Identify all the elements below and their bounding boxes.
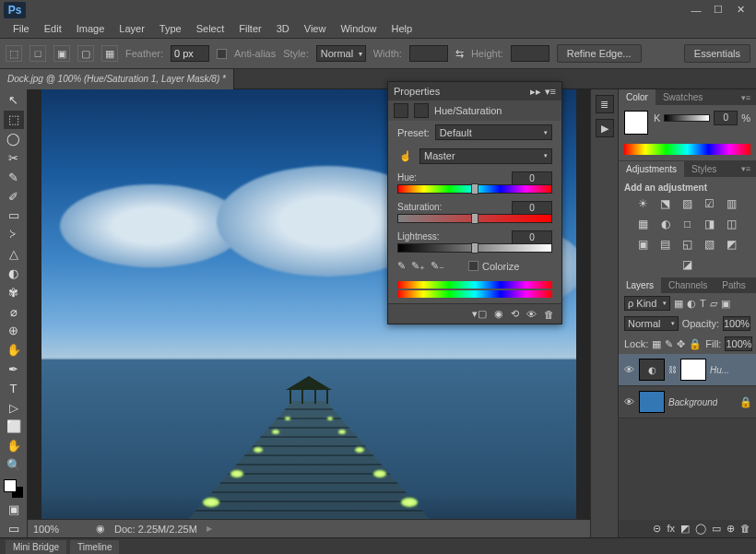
layer-row-hue-saturation[interactable]: 👁 ◐ ⛓ Hu... [619, 354, 756, 386]
healing-tool[interactable]: ▭ [4, 206, 24, 225]
visibility-toggle[interactable]: 👁 [622, 364, 635, 375]
type-tool[interactable]: T [4, 379, 24, 397]
reset-icon[interactable]: ⟲ [511, 308, 519, 320]
adj-threshold-icon[interactable]: ▧ [702, 237, 718, 252]
adj-selectivecolor-icon[interactable]: ◪ [679, 257, 696, 272]
link-layers-icon[interactable]: ⊝ [653, 523, 661, 535]
adj-invert-icon[interactable]: ▤ [657, 237, 674, 252]
fill-input[interactable]: 100% [725, 336, 752, 351]
color-spectrum[interactable] [624, 144, 750, 155]
view-previous-icon[interactable]: ◉ [494, 308, 503, 320]
selection-mode-add[interactable]: ▣ [53, 45, 70, 62]
delete-adjustment-icon[interactable]: 🗑 [544, 309, 554, 320]
width-input[interactable] [409, 45, 448, 62]
adjustment-icon[interactable] [394, 103, 408, 118]
path-select-tool[interactable]: ▷ [4, 398, 24, 417]
filter-type-icon[interactable]: T [700, 298, 706, 309]
eyedropper-tool[interactable]: ✐ [4, 187, 24, 206]
menu-filter[interactable]: Filter [231, 23, 268, 34]
eraser-tool[interactable]: ✾ [4, 283, 24, 301]
shape-tool[interactable]: ⬜ [4, 418, 24, 436]
filter-pixel-icon[interactable]: ▦ [674, 298, 683, 310]
selection-mode-subtract[interactable]: ▢ [77, 45, 94, 62]
adj-exposure-icon[interactable]: ☑ [702, 196, 718, 211]
screenmode-toggle[interactable]: ▭ [4, 519, 24, 537]
adj-bw-icon[interactable]: □ [679, 217, 696, 231]
marquee-tool[interactable]: ⬚ [4, 111, 24, 129]
adj-levels-icon[interactable]: ⬔ [657, 196, 674, 211]
crop-tool[interactable]: ✎ [4, 168, 24, 186]
filter-adj-icon[interactable]: ◐ [687, 298, 696, 310]
pen-tool[interactable]: ✒ [4, 360, 24, 379]
adj-colorbalance-icon[interactable]: ◐ [657, 217, 674, 231]
filter-smart-icon[interactable]: ▣ [721, 298, 730, 310]
zoom-tool[interactable]: 🔍 [4, 456, 24, 475]
delete-layer-icon[interactable]: 🗑 [740, 523, 750, 535]
hand-tool[interactable]: ✋ [4, 437, 24, 455]
menu-select[interactable]: Select [189, 23, 232, 34]
mask-icon[interactable]: ◩ [680, 523, 690, 535]
close-button[interactable]: ✕ [734, 4, 747, 17]
marquee-tool-icon[interactable]: ⬚ [6, 45, 22, 62]
targeted-adjustment-icon[interactable]: ☝ [397, 147, 414, 164]
lock-transparency-icon[interactable]: ▦ [652, 338, 661, 350]
color-panel-swatch[interactable] [624, 111, 648, 135]
adjustments-tab[interactable]: Adjustments [619, 161, 684, 177]
layers-tab[interactable]: Layers [619, 277, 661, 293]
layer-name[interactable]: Background [668, 397, 717, 407]
stamp-tool[interactable]: △ [4, 245, 24, 264]
selection-mode-intersect[interactable]: ▦ [101, 45, 118, 62]
channels-tab[interactable]: Channels [661, 277, 715, 293]
hue-slider[interactable] [397, 184, 552, 194]
collapse-icon[interactable]: ▸▸ [530, 86, 541, 98]
brush-tool[interactable]: ⧽ [4, 226, 24, 244]
gradient-tool[interactable]: ⌀ [4, 302, 24, 321]
link-wh-icon[interactable]: ⇆ [455, 48, 464, 60]
link-icon[interactable]: ⛓ [668, 365, 677, 374]
adj-gradientmap-icon[interactable]: ◩ [724, 237, 740, 252]
adj-curves-icon[interactable]: ▨ [679, 196, 696, 211]
refine-edge-button[interactable]: Refine Edge... [557, 44, 642, 63]
toggle-visibility-icon[interactable]: 👁 [526, 309, 537, 320]
channel-dropdown[interactable]: Master [419, 148, 552, 164]
document-tab[interactable]: Dock.jpg @ 100% (Hue/Saturation 1, Layer… [0, 69, 234, 89]
menu-help[interactable]: Help [384, 23, 420, 34]
color-range-bars[interactable] [397, 281, 552, 298]
visibility-toggle[interactable]: 👁 [622, 396, 635, 407]
mini-bridge-tab[interactable]: Mini Bridge [6, 540, 66, 554]
adj-hue-icon[interactable]: ▦ [635, 217, 652, 231]
color-value-input[interactable]: 0 [714, 111, 738, 125]
adjustments-panel-menu[interactable]: ▾≡ [736, 164, 756, 173]
quick-select-tool[interactable]: ✂ [4, 148, 24, 167]
actions-panel-icon[interactable]: ▶ [596, 119, 614, 137]
feather-input[interactable]: 0 px [171, 45, 209, 62]
zoom-level[interactable]: 100% [33, 524, 87, 535]
history-brush-tool[interactable]: ◐ [4, 264, 24, 282]
adj-colorlookup-icon[interactable]: ▣ [635, 237, 652, 252]
menu-edit[interactable]: Edit [37, 23, 69, 34]
history-panel-icon[interactable]: ≣ [596, 95, 614, 113]
menu-type[interactable]: Type [152, 23, 189, 34]
clip-to-layer-icon[interactable]: ▾▢ [472, 308, 487, 320]
layer-row-background[interactable]: 👁 Background 🔒 [619, 386, 756, 418]
lasso-tool[interactable]: ◯ [4, 130, 24, 148]
adj-photofilter-icon[interactable]: ◨ [702, 217, 718, 231]
grayscale-slider[interactable] [664, 114, 710, 122]
eyedropper-add-icon[interactable]: ✎₊ [411, 260, 425, 272]
opacity-input[interactable]: 100% [723, 316, 750, 331]
menu-file[interactable]: File [6, 23, 37, 34]
adj-posterize-icon[interactable]: ◱ [679, 237, 696, 252]
dodge-tool[interactable]: ✋ [4, 341, 24, 360]
workspace-switcher[interactable]: Essentials [684, 44, 750, 63]
menu-view[interactable]: View [297, 23, 334, 34]
adj-brightness-icon[interactable]: ☀ [635, 196, 652, 211]
minimize-button[interactable]: — [690, 4, 703, 17]
style-dropdown[interactable]: Normal [316, 45, 366, 62]
adj-vibrance-icon[interactable]: ▥ [724, 196, 740, 211]
lock-position-icon[interactable]: ✥ [677, 338, 685, 350]
move-tool[interactable]: ↖ [4, 91, 24, 110]
layer-name[interactable]: Hu... [710, 365, 729, 375]
doc-info-menu[interactable]: ▶ [207, 525, 212, 533]
eyedropper-icon[interactable]: ✎ [397, 260, 406, 272]
mask-thumb[interactable] [680, 359, 706, 381]
